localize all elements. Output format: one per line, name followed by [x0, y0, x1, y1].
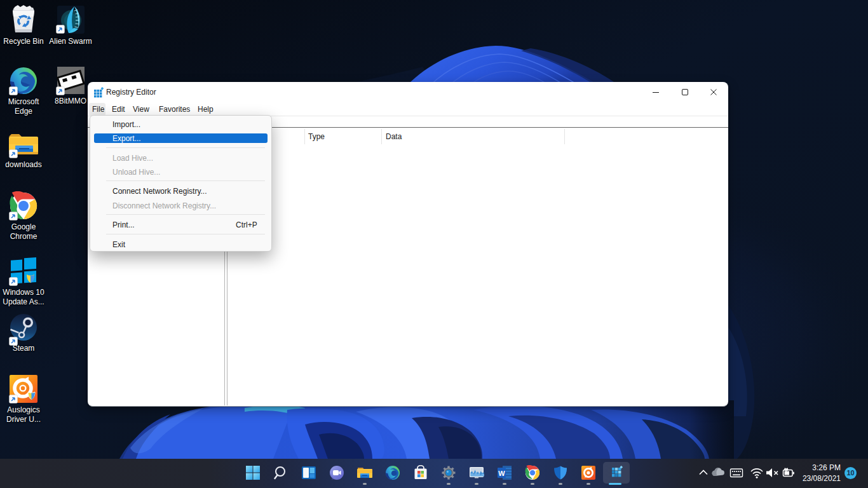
- svg-text:W: W: [498, 470, 505, 477]
